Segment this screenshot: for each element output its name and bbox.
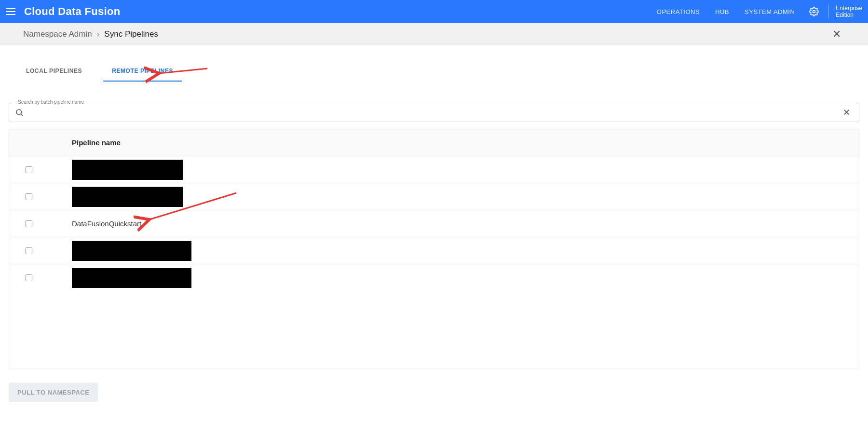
redacted-block bbox=[72, 187, 183, 207]
app-title: Cloud Data Fusion bbox=[24, 5, 120, 18]
row-checkbox[interactable] bbox=[26, 274, 32, 281]
top-app-bar: Cloud Data Fusion OPERATIONS HUB SYSTEM … bbox=[0, 0, 868, 23]
row-checkbox-cell bbox=[9, 166, 53, 173]
menu-icon[interactable] bbox=[6, 6, 17, 17]
table-row[interactable] bbox=[9, 264, 859, 291]
search-field[interactable]: Search by batch pipeline name ✕ bbox=[9, 103, 859, 122]
pipeline-table: Pipeline name DataFusionQuickstart bbox=[9, 129, 859, 369]
table-row[interactable] bbox=[9, 156, 859, 183]
edition-line1: Enterprise bbox=[836, 5, 862, 12]
table-body: DataFusionQuickstart bbox=[9, 156, 859, 291]
breadcrumb-current: Sync Pipelines bbox=[104, 29, 158, 39]
action-bar: PULL TO NAMESPACE bbox=[9, 369, 859, 402]
svg-line-2 bbox=[21, 114, 22, 115]
nav-hub[interactable]: HUB bbox=[707, 8, 737, 15]
row-pipeline-name bbox=[53, 160, 859, 180]
row-checkbox-cell bbox=[9, 274, 53, 281]
close-icon[interactable]: ✕ bbox=[828, 26, 845, 42]
table-row[interactable] bbox=[9, 237, 859, 264]
edition-label: Enterprise Edition bbox=[828, 5, 862, 18]
nav-system-admin[interactable]: SYSTEM ADMIN bbox=[737, 8, 802, 15]
tab-local-pipelines[interactable]: LOCAL PIPELINES bbox=[23, 62, 85, 81]
table-empty-space bbox=[9, 291, 859, 369]
row-pipeline-name bbox=[53, 241, 859, 261]
search-icon bbox=[15, 108, 24, 117]
row-checkbox[interactable] bbox=[26, 220, 32, 227]
settings-icon[interactable] bbox=[802, 7, 826, 16]
svg-point-0 bbox=[813, 11, 815, 13]
content-area: LOCAL PIPELINES REMOTE PIPELINES Search … bbox=[0, 45, 868, 402]
breadcrumb-separator-icon: › bbox=[97, 29, 100, 39]
table-header: Pipeline name bbox=[9, 129, 859, 156]
nav-operations[interactable]: OPERATIONS bbox=[649, 8, 707, 15]
redacted-block bbox=[72, 241, 191, 261]
breadcrumb-bar: Namespace Admin › Sync Pipelines ✕ bbox=[0, 23, 868, 45]
row-checkbox-cell bbox=[9, 247, 53, 254]
row-checkbox-cell bbox=[9, 193, 53, 200]
row-checkbox[interactable] bbox=[26, 247, 32, 254]
pull-to-namespace-button[interactable]: PULL TO NAMESPACE bbox=[9, 383, 98, 402]
search-input[interactable] bbox=[28, 109, 840, 116]
row-pipeline-name bbox=[53, 187, 859, 207]
tabs: LOCAL PIPELINES REMOTE PIPELINES bbox=[9, 62, 859, 82]
row-checkbox[interactable] bbox=[26, 166, 32, 173]
clear-icon[interactable]: ✕ bbox=[840, 106, 853, 119]
redacted-block bbox=[72, 268, 191, 288]
row-pipeline-name: DataFusionQuickstart bbox=[53, 220, 859, 228]
svg-point-1 bbox=[16, 110, 22, 115]
search-label: Search by batch pipeline name bbox=[16, 99, 86, 105]
table-row[interactable] bbox=[9, 183, 859, 210]
edition-line2: Edition bbox=[836, 12, 862, 18]
tab-remote-pipelines[interactable]: REMOTE PIPELINES bbox=[109, 62, 176, 81]
row-checkbox[interactable] bbox=[26, 193, 32, 200]
row-checkbox-cell bbox=[9, 220, 53, 227]
column-header-name[interactable]: Pipeline name bbox=[53, 138, 859, 147]
redacted-block bbox=[72, 160, 183, 180]
table-row[interactable]: DataFusionQuickstart bbox=[9, 210, 859, 237]
row-pipeline-name bbox=[53, 268, 859, 288]
breadcrumb-parent[interactable]: Namespace Admin bbox=[23, 29, 92, 39]
